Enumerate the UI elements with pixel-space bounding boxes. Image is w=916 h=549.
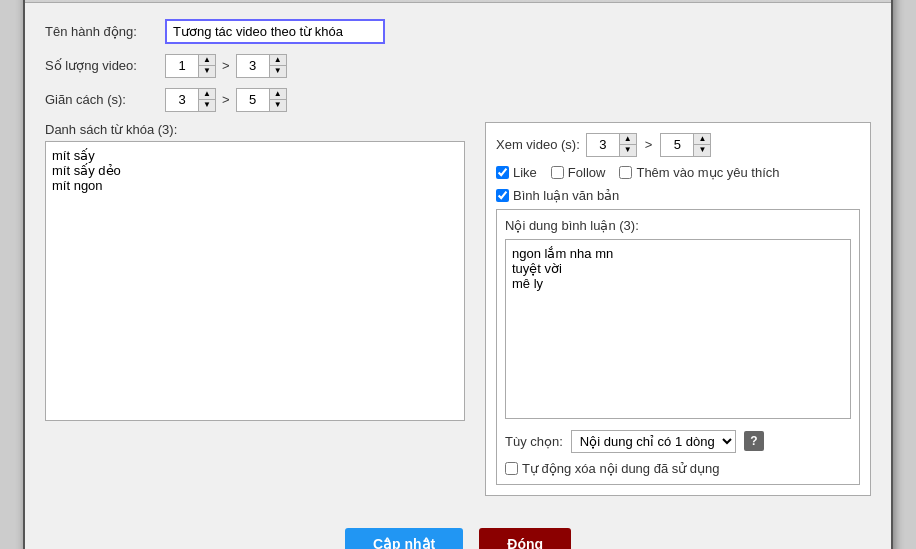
view-from-spinner: ▲ ▼: [586, 133, 637, 157]
video-count-to-up[interactable]: ▲: [270, 55, 286, 66]
view-to-down[interactable]: ▼: [694, 145, 710, 156]
video-count-from-input[interactable]: [166, 56, 198, 75]
comment-checkbox-row: Bình luận văn bản: [496, 188, 860, 203]
interval-to-btns: ▲ ▼: [269, 89, 286, 111]
interval-row: Giãn cách (s): ▲ ▼ > ▲ ▼: [45, 88, 871, 112]
auto-delete-row: Tự động xóa nội dung đã sử dụng: [505, 461, 851, 476]
comment-checkbox-item[interactable]: Bình luận văn bản: [496, 188, 619, 203]
favorite-checkbox[interactable]: [619, 166, 632, 179]
comment-textarea[interactable]: [505, 239, 851, 419]
two-col-layout: Danh sách từ khóa (3): Xem video (s): ▲: [45, 122, 871, 496]
video-count-from-btns: ▲ ▼: [198, 55, 215, 77]
action-input[interactable]: [165, 19, 385, 44]
right-panel: Xem video (s): ▲ ▼ >: [485, 122, 871, 496]
view-to-btns: ▲ ▼: [693, 134, 710, 156]
dialog-overlay: /// Cấu hình Tương tác video theo từ khó…: [0, 0, 916, 549]
auto-delete-checkbox-item[interactable]: Tự động xóa nội dung đã sử dụng: [505, 461, 720, 476]
action-label: Tên hành động:: [45, 24, 165, 39]
checkboxes-row: Like Follow Thêm vào mục yêu thích: [496, 165, 860, 180]
video-count-from-spinner: ▲ ▼: [165, 54, 216, 78]
dialog: /// Cấu hình Tương tác video theo từ khó…: [23, 0, 893, 549]
view-from-down[interactable]: ▼: [620, 145, 636, 156]
view-video-row: Xem video (s): ▲ ▼ >: [496, 133, 860, 157]
interval-to-input[interactable]: [237, 90, 269, 109]
video-count-from-up[interactable]: ▲: [199, 55, 215, 66]
auto-delete-label: Tự động xóa nội dung đã sử dụng: [522, 461, 720, 476]
interval-from-spinner: ▲ ▼: [165, 88, 216, 112]
video-count-from-down[interactable]: ▼: [199, 66, 215, 77]
right-section: Xem video (s): ▲ ▼ >: [485, 122, 871, 496]
favorite-checkbox-item[interactable]: Thêm vào mục yêu thích: [619, 165, 779, 180]
comment-sub-panel: Nội dung bình luận (3): Tùy chọn: Nội du…: [496, 209, 860, 485]
option-select[interactable]: Nội dung chỉ có 1 dòng Nội dung nhiều dò…: [571, 430, 736, 453]
keyword-section: Danh sách từ khóa (3):: [45, 122, 465, 496]
video-count-to-spinner: ▲ ▼: [236, 54, 287, 78]
interval-label: Giãn cách (s):: [45, 92, 165, 107]
view-to-up[interactable]: ▲: [694, 134, 710, 145]
view-to-input[interactable]: [661, 135, 693, 154]
video-count-to-btns: ▲ ▼: [269, 55, 286, 77]
gt-sign-2: >: [220, 92, 232, 107]
comment-checkbox[interactable]: [496, 189, 509, 202]
option-label: Tùy chọn:: [505, 434, 563, 449]
view-to-spinner: ▲ ▼: [660, 133, 711, 157]
dialog-footer: Cập nhật Đóng: [25, 512, 891, 550]
view-from-up[interactable]: ▲: [620, 134, 636, 145]
follow-label: Follow: [568, 165, 606, 180]
close-button[interactable]: Đóng: [479, 528, 571, 550]
keyword-list-label: Danh sách từ khóa (3):: [45, 122, 465, 137]
like-label: Like: [513, 165, 537, 180]
dialog-body: Tên hành động: Số lượng video: ▲ ▼ >: [25, 3, 891, 512]
bottom-options-row: Tùy chọn: Nội dung chỉ có 1 dòng Nội dun…: [505, 430, 851, 453]
comment-label: Bình luận văn bản: [513, 188, 619, 203]
view-from-btns: ▲ ▼: [619, 134, 636, 156]
interval-group: ▲ ▼ > ▲ ▼: [165, 88, 287, 112]
interval-from-btns: ▲ ▼: [198, 89, 215, 111]
interval-to-up[interactable]: ▲: [270, 89, 286, 100]
video-count-label: Số lượng video:: [45, 58, 165, 73]
view-video-label: Xem video (s):: [496, 137, 580, 152]
view-from-input[interactable]: [587, 135, 619, 154]
interval-to-down[interactable]: ▼: [270, 100, 286, 111]
action-name-row: Tên hành động:: [45, 19, 871, 44]
help-button[interactable]: ?: [744, 431, 764, 451]
video-count-row: Số lượng video: ▲ ▼ > ▲ ▼: [45, 54, 871, 78]
gt-sign-3: >: [643, 137, 655, 152]
comment-sub-title: Nội dung bình luận (3):: [505, 218, 851, 233]
follow-checkbox[interactable]: [551, 166, 564, 179]
video-count-group: ▲ ▼ > ▲ ▼: [165, 54, 287, 78]
update-button[interactable]: Cập nhật: [345, 528, 463, 550]
video-count-to-down[interactable]: ▼: [270, 66, 286, 77]
interval-from-input[interactable]: [166, 90, 198, 109]
interval-from-down[interactable]: ▼: [199, 100, 215, 111]
dialog-header: /// Cấu hình Tương tác video theo từ khó…: [25, 0, 891, 3]
like-checkbox-item[interactable]: Like: [496, 165, 537, 180]
interval-to-spinner: ▲ ▼: [236, 88, 287, 112]
follow-checkbox-item[interactable]: Follow: [551, 165, 606, 180]
favorite-label: Thêm vào mục yêu thích: [636, 165, 779, 180]
interval-from-up[interactable]: ▲: [199, 89, 215, 100]
keyword-textarea[interactable]: [45, 141, 465, 421]
auto-delete-checkbox[interactable]: [505, 462, 518, 475]
gt-sign-1: >: [220, 58, 232, 73]
video-count-to-input[interactable]: [237, 56, 269, 75]
like-checkbox[interactable]: [496, 166, 509, 179]
